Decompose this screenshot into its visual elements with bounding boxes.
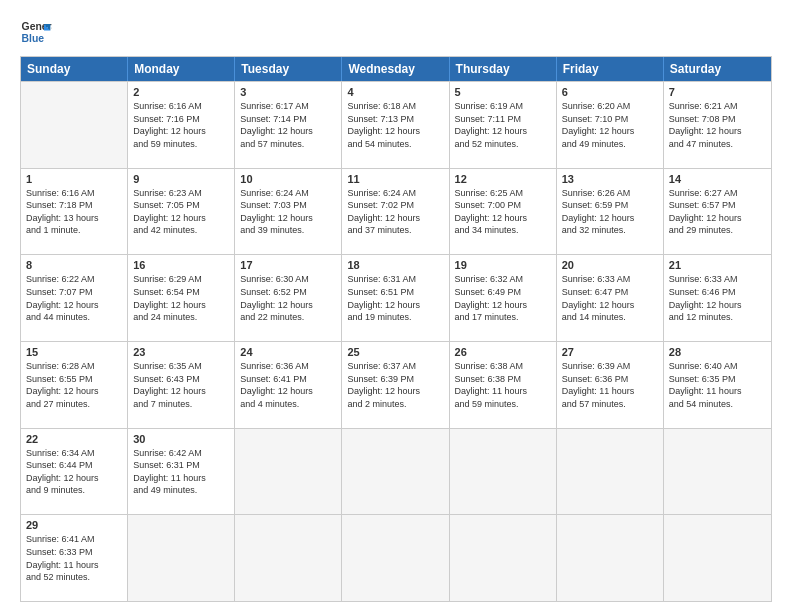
day-number: 8 (26, 259, 122, 271)
calendar-cell (342, 515, 449, 601)
day-info: Sunrise: 6:41 AM Sunset: 6:33 PM Dayligh… (26, 533, 122, 583)
calendar-cell: 16Sunrise: 6:29 AM Sunset: 6:54 PM Dayli… (128, 255, 235, 341)
day-info: Sunrise: 6:18 AM Sunset: 7:13 PM Dayligh… (347, 100, 443, 150)
calendar-cell (342, 429, 449, 515)
day-info: Sunrise: 6:32 AM Sunset: 6:49 PM Dayligh… (455, 273, 551, 323)
calendar-cell: 27Sunrise: 6:39 AM Sunset: 6:36 PM Dayli… (557, 342, 664, 428)
day-number: 21 (669, 259, 766, 271)
day-number: 6 (562, 86, 658, 98)
day-number: 28 (669, 346, 766, 358)
header-day-monday: Monday (128, 57, 235, 81)
calendar-cell (235, 515, 342, 601)
day-info: Sunrise: 6:23 AM Sunset: 7:05 PM Dayligh… (133, 187, 229, 237)
calendar-cell: 15Sunrise: 6:28 AM Sunset: 6:55 PM Dayli… (21, 342, 128, 428)
calendar-cell: 10Sunrise: 6:24 AM Sunset: 7:03 PM Dayli… (235, 169, 342, 255)
week-row-5: 29Sunrise: 6:41 AM Sunset: 6:33 PM Dayli… (21, 514, 771, 601)
calendar-cell: 24Sunrise: 6:36 AM Sunset: 6:41 PM Dayli… (235, 342, 342, 428)
day-info: Sunrise: 6:17 AM Sunset: 7:14 PM Dayligh… (240, 100, 336, 150)
calendar-body: 2Sunrise: 6:16 AM Sunset: 7:16 PM Daylig… (21, 81, 771, 601)
header-day-sunday: Sunday (21, 57, 128, 81)
calendar-cell (450, 429, 557, 515)
svg-text:Blue: Blue (22, 33, 45, 44)
day-number: 13 (562, 173, 658, 185)
day-number: 22 (26, 433, 122, 445)
day-number: 5 (455, 86, 551, 98)
day-number: 14 (669, 173, 766, 185)
day-number: 19 (455, 259, 551, 271)
calendar-cell: 26Sunrise: 6:38 AM Sunset: 6:38 PM Dayli… (450, 342, 557, 428)
day-info: Sunrise: 6:24 AM Sunset: 7:03 PM Dayligh… (240, 187, 336, 237)
day-number: 15 (26, 346, 122, 358)
day-info: Sunrise: 6:33 AM Sunset: 6:47 PM Dayligh… (562, 273, 658, 323)
day-number: 27 (562, 346, 658, 358)
day-number: 25 (347, 346, 443, 358)
logo: General Blue (20, 16, 52, 48)
calendar-cell: 14Sunrise: 6:27 AM Sunset: 6:57 PM Dayli… (664, 169, 771, 255)
calendar-cell: 1Sunrise: 6:16 AM Sunset: 7:18 PM Daylig… (21, 169, 128, 255)
day-number: 3 (240, 86, 336, 98)
calendar-cell (21, 82, 128, 168)
day-info: Sunrise: 6:39 AM Sunset: 6:36 PM Dayligh… (562, 360, 658, 410)
calendar-cell: 6Sunrise: 6:20 AM Sunset: 7:10 PM Daylig… (557, 82, 664, 168)
calendar-cell: 22Sunrise: 6:34 AM Sunset: 6:44 PM Dayli… (21, 429, 128, 515)
day-info: Sunrise: 6:26 AM Sunset: 6:59 PM Dayligh… (562, 187, 658, 237)
calendar-cell: 19Sunrise: 6:32 AM Sunset: 6:49 PM Dayli… (450, 255, 557, 341)
calendar-cell: 30Sunrise: 6:42 AM Sunset: 6:31 PM Dayli… (128, 429, 235, 515)
day-info: Sunrise: 6:38 AM Sunset: 6:38 PM Dayligh… (455, 360, 551, 410)
week-row-2: 8Sunrise: 6:22 AM Sunset: 7:07 PM Daylig… (21, 254, 771, 341)
calendar-cell: 12Sunrise: 6:25 AM Sunset: 7:00 PM Dayli… (450, 169, 557, 255)
week-row-3: 15Sunrise: 6:28 AM Sunset: 6:55 PM Dayli… (21, 341, 771, 428)
day-info: Sunrise: 6:29 AM Sunset: 6:54 PM Dayligh… (133, 273, 229, 323)
header-day-thursday: Thursday (450, 57, 557, 81)
calendar-cell: 17Sunrise: 6:30 AM Sunset: 6:52 PM Dayli… (235, 255, 342, 341)
day-info: Sunrise: 6:16 AM Sunset: 7:18 PM Dayligh… (26, 187, 122, 237)
day-info: Sunrise: 6:19 AM Sunset: 7:11 PM Dayligh… (455, 100, 551, 150)
day-info: Sunrise: 6:16 AM Sunset: 7:16 PM Dayligh… (133, 100, 229, 150)
day-info: Sunrise: 6:30 AM Sunset: 6:52 PM Dayligh… (240, 273, 336, 323)
logo-icon: General Blue (20, 16, 52, 48)
day-number: 7 (669, 86, 766, 98)
week-row-1: 1Sunrise: 6:16 AM Sunset: 7:18 PM Daylig… (21, 168, 771, 255)
day-number: 24 (240, 346, 336, 358)
calendar-cell (557, 429, 664, 515)
header-day-wednesday: Wednesday (342, 57, 449, 81)
day-info: Sunrise: 6:20 AM Sunset: 7:10 PM Dayligh… (562, 100, 658, 150)
calendar-header: SundayMondayTuesdayWednesdayThursdayFrid… (21, 57, 771, 81)
calendar-cell (235, 429, 342, 515)
day-info: Sunrise: 6:24 AM Sunset: 7:02 PM Dayligh… (347, 187, 443, 237)
calendar-cell: 28Sunrise: 6:40 AM Sunset: 6:35 PM Dayli… (664, 342, 771, 428)
day-number: 16 (133, 259, 229, 271)
week-row-4: 22Sunrise: 6:34 AM Sunset: 6:44 PM Dayli… (21, 428, 771, 515)
calendar-cell: 29Sunrise: 6:41 AM Sunset: 6:33 PM Dayli… (21, 515, 128, 601)
day-info: Sunrise: 6:35 AM Sunset: 6:43 PM Dayligh… (133, 360, 229, 410)
day-info: Sunrise: 6:22 AM Sunset: 7:07 PM Dayligh… (26, 273, 122, 323)
day-number: 18 (347, 259, 443, 271)
day-number: 2 (133, 86, 229, 98)
day-info: Sunrise: 6:37 AM Sunset: 6:39 PM Dayligh… (347, 360, 443, 410)
calendar-cell: 25Sunrise: 6:37 AM Sunset: 6:39 PM Dayli… (342, 342, 449, 428)
day-info: Sunrise: 6:33 AM Sunset: 6:46 PM Dayligh… (669, 273, 766, 323)
calendar-cell: 7Sunrise: 6:21 AM Sunset: 7:08 PM Daylig… (664, 82, 771, 168)
header-day-friday: Friday (557, 57, 664, 81)
calendar-cell: 2Sunrise: 6:16 AM Sunset: 7:16 PM Daylig… (128, 82, 235, 168)
page: General Blue SundayMondayTuesdayWednesda… (0, 0, 792, 612)
day-number: 29 (26, 519, 122, 531)
day-number: 20 (562, 259, 658, 271)
calendar-cell (664, 515, 771, 601)
day-number: 26 (455, 346, 551, 358)
day-info: Sunrise: 6:42 AM Sunset: 6:31 PM Dayligh… (133, 447, 229, 497)
day-number: 9 (133, 173, 229, 185)
day-info: Sunrise: 6:40 AM Sunset: 6:35 PM Dayligh… (669, 360, 766, 410)
day-info: Sunrise: 6:21 AM Sunset: 7:08 PM Dayligh… (669, 100, 766, 150)
calendar-cell: 23Sunrise: 6:35 AM Sunset: 6:43 PM Dayli… (128, 342, 235, 428)
day-number: 30 (133, 433, 229, 445)
calendar-cell: 21Sunrise: 6:33 AM Sunset: 6:46 PM Dayli… (664, 255, 771, 341)
calendar-cell: 8Sunrise: 6:22 AM Sunset: 7:07 PM Daylig… (21, 255, 128, 341)
day-number: 23 (133, 346, 229, 358)
calendar-cell (450, 515, 557, 601)
calendar-cell: 20Sunrise: 6:33 AM Sunset: 6:47 PM Dayli… (557, 255, 664, 341)
day-number: 10 (240, 173, 336, 185)
header: General Blue (20, 16, 772, 48)
day-info: Sunrise: 6:34 AM Sunset: 6:44 PM Dayligh… (26, 447, 122, 497)
day-info: Sunrise: 6:31 AM Sunset: 6:51 PM Dayligh… (347, 273, 443, 323)
